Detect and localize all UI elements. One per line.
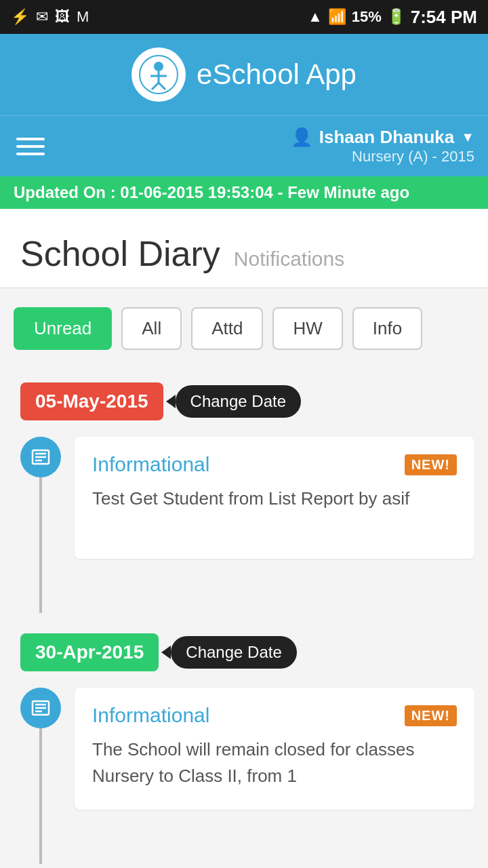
svg-point-1 <box>154 62 163 71</box>
card-type: Informational <box>92 453 209 476</box>
date-row: 30-Apr-2015Change Date <box>20 633 474 671</box>
hamburger-line <box>16 138 45 140</box>
app-logo <box>131 47 186 102</box>
timeline-item: InformationalNEW!The School will remain … <box>14 688 474 864</box>
filter-btn-attd[interactable]: Attd <box>191 307 263 350</box>
image-icon: 🖼 <box>55 8 70 26</box>
timeline-line-col <box>14 688 68 864</box>
filter-row: UnreadAllAttdHWInfo <box>0 288 488 369</box>
filter-btn-hw[interactable]: HW <box>272 307 342 350</box>
update-banner: Updated On : 01-06-2015 19:53:04 - Few M… <box>0 176 488 209</box>
timeline-vert-line <box>39 477 42 613</box>
filter-btn-all[interactable]: All <box>121 307 182 350</box>
chevron-down-icon: ▼ <box>461 130 474 145</box>
user-class: Nursery (A) - 2015 <box>352 148 474 165</box>
card-header: InformationalNEW! <box>92 704 457 727</box>
card-content: The School will remain closed for classe… <box>92 736 457 789</box>
app-title: eSchool App <box>197 58 357 91</box>
usb-icon: ⚡ <box>11 8 29 26</box>
status-time: 7:54 PM <box>411 7 477 28</box>
change-date-tooltip[interactable]: Change Date <box>176 385 301 418</box>
status-left-icons: ⚡ ✉ 🖼 M <box>11 8 89 26</box>
user-info[interactable]: 👤 Ishaan Dhanuka ▼ Nursery (A) - 2015 <box>291 127 474 165</box>
date-row: 05-May-2015Change Date <box>20 382 474 420</box>
nav-bar: 👤 Ishaan Dhanuka ▼ Nursery (A) - 2015 <box>0 115 488 176</box>
battery-icon: 🔋 <box>387 8 405 26</box>
gmail-icon: M <box>77 8 89 26</box>
change-date-tooltip[interactable]: Change Date <box>171 636 296 669</box>
status-right-icons: ▲ 📶 15% 🔋 7:54 PM <box>308 7 477 28</box>
card-content: Test Get Student from List Report by asi… <box>92 486 457 512</box>
filter-btn-info[interactable]: Info <box>352 307 422 350</box>
battery-percent: 15% <box>352 8 382 26</box>
timeline-circle-icon <box>20 437 61 477</box>
wifi-icon: ▲ <box>308 8 323 26</box>
app-header: eSchool App <box>0 34 488 115</box>
user-name-row: 👤 Ishaan Dhanuka ▼ <box>291 127 474 148</box>
filter-btn-unread[interactable]: Unread <box>14 307 112 350</box>
hamburger-menu[interactable] <box>16 138 45 155</box>
update-text: Updated On : 01-06-2015 19:53:04 - Few M… <box>14 183 409 201</box>
new-badge: NEW! <box>405 454 457 475</box>
timeline-vert-line <box>39 728 42 864</box>
hamburger-line <box>16 153 45 155</box>
hamburger-line <box>16 145 45 148</box>
diary-card[interactable]: InformationalNEW!The School will remain … <box>75 688 474 810</box>
page-title: School Diary <box>20 233 220 274</box>
mail-icon: ✉ <box>36 8 48 26</box>
user-name: Ishaan Dhanuka <box>319 127 454 148</box>
signal-icon: 📶 <box>328 8 346 26</box>
diary-card[interactable]: InformationalNEW!Test Get Student from L… <box>75 437 474 559</box>
new-badge: NEW! <box>405 705 457 726</box>
page-title-row: School Diary Notifications <box>0 209 488 288</box>
user-avatar-icon: 👤 <box>291 127 312 148</box>
card-type: Informational <box>92 704 209 727</box>
page-subtitle: Notifications <box>234 248 344 271</box>
timeline-item: InformationalNEW!Test Get Student from L… <box>14 437 474 613</box>
timeline: 05-May-2015Change DateInformationalNEW!T… <box>0 369 488 868</box>
status-bar: ⚡ ✉ 🖼 M ▲ 📶 15% 🔋 7:54 PM <box>0 0 488 34</box>
date-badge: 05-May-2015 <box>20 382 163 420</box>
date-badge: 30-Apr-2015 <box>20 633 159 671</box>
timeline-line-col <box>14 437 68 613</box>
timeline-circle-icon <box>20 688 61 728</box>
card-header: InformationalNEW! <box>92 453 457 476</box>
